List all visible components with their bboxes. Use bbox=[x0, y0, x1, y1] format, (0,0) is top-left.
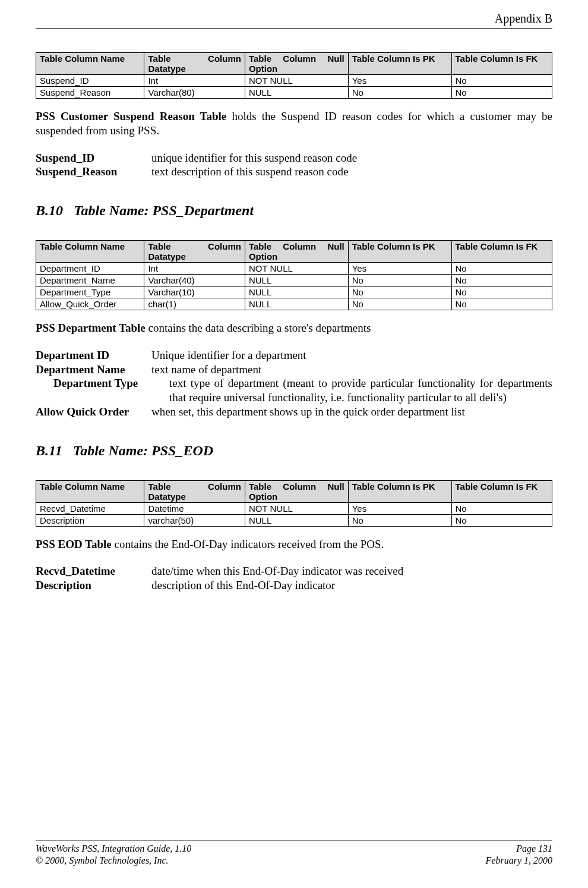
col-null-header: Table Column NullOption bbox=[245, 53, 348, 75]
col-name-header: Table Column Name bbox=[36, 480, 144, 502]
def-term: Suspend_ID bbox=[36, 151, 151, 165]
table-row: Description varchar(50) NULL No No bbox=[36, 514, 552, 526]
suspend-reason-defs: Suspend_ID unique identifier for this su… bbox=[36, 151, 552, 180]
cell-pk: Yes bbox=[348, 75, 451, 87]
cell-type: varchar(50) bbox=[144, 514, 245, 526]
cell-pk: Yes bbox=[348, 263, 451, 275]
table-row: Suspend_Reason Varchar(80) NULL No No bbox=[36, 87, 552, 99]
table-row: Recvd_Datetime Datetime NOT NULL Yes No bbox=[36, 502, 552, 514]
cell-pk: Yes bbox=[348, 502, 451, 514]
def-desc: text type of department (meant to provid… bbox=[169, 376, 552, 405]
cell-pk: No bbox=[348, 87, 451, 99]
cell-null: NULL bbox=[245, 286, 348, 298]
table-row: Allow_Quick_Order char(1) NULL No No bbox=[36, 298, 552, 310]
table-row: Department_Name Varchar(40) NULL No No bbox=[36, 275, 552, 286]
cell-name: Recvd_Datetime bbox=[36, 502, 144, 514]
def-desc: unique identifier for this suspend reaso… bbox=[151, 151, 552, 165]
def-row: Suspend_Reason text description of this … bbox=[36, 165, 552, 179]
cell-null: NULL bbox=[245, 514, 348, 526]
def-row: Description description of this End-Of-D… bbox=[36, 578, 552, 593]
def-desc: date/time when this End-Of-Day indicator… bbox=[151, 564, 552, 578]
cell-type: Int bbox=[144, 263, 245, 275]
col-datatype-header: Table ColumnDatatype bbox=[144, 53, 245, 75]
section-number: B.11 bbox=[36, 443, 62, 458]
def-row: Suspend_ID unique identifier for this su… bbox=[36, 151, 552, 165]
cell-pk: No bbox=[348, 275, 451, 286]
cell-fk: No bbox=[451, 286, 552, 298]
header-rule bbox=[36, 28, 552, 29]
def-row: Department ID Unique identifier for a de… bbox=[36, 348, 552, 363]
def-term: Allow Quick Order bbox=[36, 405, 151, 419]
cell-name: Department_ID bbox=[36, 263, 144, 275]
col-name-header: Table Column Name bbox=[36, 241, 144, 263]
col-fk-header: Table Column Is FK bbox=[451, 53, 552, 75]
cell-name: Suspend_Reason bbox=[36, 87, 144, 99]
cell-pk: No bbox=[348, 298, 451, 310]
col-null-header: Table Column NullOption bbox=[245, 480, 348, 502]
cell-fk: No bbox=[451, 298, 552, 310]
footer-left-1: WaveWorks PSS, Integration Guide, 1.10 bbox=[36, 843, 191, 855]
suspend-reason-table: Table Column Name Table ColumnDatatype T… bbox=[36, 52, 552, 99]
col-fk-header: Table Column Is FK bbox=[451, 480, 552, 502]
col-pk-header: Table Column Is PK bbox=[348, 480, 451, 502]
col-pk-header: Table Column Is PK bbox=[348, 53, 451, 75]
col-datatype-header: Table ColumnDatatype bbox=[144, 241, 245, 263]
cell-pk: No bbox=[348, 286, 451, 298]
section-title: Table Name: PSS_EOD bbox=[73, 443, 213, 458]
eod-desc: PSS EOD Table contains the End-Of-Day in… bbox=[36, 537, 552, 552]
table-row: Department_Type Varchar(10) NULL No No bbox=[36, 286, 552, 298]
desc-rest: contains the End-Of-Day indicators recei… bbox=[112, 538, 384, 550]
col-pk-header: Table Column Is PK bbox=[348, 241, 451, 263]
cell-fk: No bbox=[451, 275, 552, 286]
footer: WaveWorks PSS, Integration Guide, 1.10 P… bbox=[36, 840, 552, 867]
def-term: Department Type bbox=[36, 376, 169, 391]
eod-defs: Recvd_Datetime date/time when this End-O… bbox=[36, 564, 552, 593]
desc-rest: contains the data describing a store's d… bbox=[146, 322, 371, 334]
def-row: Department Name text name of department bbox=[36, 363, 552, 377]
cell-pk: No bbox=[348, 514, 451, 526]
section-number: B.10 bbox=[36, 203, 63, 218]
cell-fk: No bbox=[451, 514, 552, 526]
def-row: Allow Quick Order when set, this departm… bbox=[36, 405, 552, 419]
desc-bold: PSS EOD Table bbox=[36, 538, 112, 550]
eod-table: Table Column Name Table ColumnDatatype T… bbox=[36, 480, 552, 527]
def-term: Recvd_Datetime bbox=[36, 564, 151, 578]
header-appendix: Appendix B bbox=[36, 12, 552, 26]
cell-fk: No bbox=[451, 502, 552, 514]
cell-type: Datetime bbox=[144, 502, 245, 514]
cell-fk: No bbox=[451, 75, 552, 87]
footer-left-2: © 2000, Symbol Technologies, Inc. bbox=[36, 855, 169, 867]
def-desc: description of this End-Of-Day indicator bbox=[151, 578, 552, 593]
col-fk-header: Table Column Is FK bbox=[451, 241, 552, 263]
cell-null: NOT NULL bbox=[245, 502, 348, 514]
cell-name: Department_Type bbox=[36, 286, 144, 298]
def-desc: when set, this department shows up in th… bbox=[151, 405, 552, 419]
col-name-header: Table Column Name bbox=[36, 53, 144, 75]
table-row: Department_ID Int NOT NULL Yes No bbox=[36, 263, 552, 275]
table-row: Suspend_ID Int NOT NULL Yes No bbox=[36, 75, 552, 87]
def-row: Department Type text type of department … bbox=[36, 376, 552, 405]
cell-null: NULL bbox=[245, 298, 348, 310]
cell-null: NULL bbox=[245, 87, 348, 99]
page: Appendix B Table Column Name Table Colum… bbox=[0, 0, 588, 888]
suspend-reason-desc: PSS Customer Suspend Reason Table holds … bbox=[36, 109, 552, 138]
col-null-header: Table Column NullOption bbox=[245, 241, 348, 263]
footer-right-2: February 1, 2000 bbox=[486, 855, 552, 867]
table-header: Table Column Name Table ColumnDatatype T… bbox=[36, 480, 552, 502]
def-desc: text name of department bbox=[151, 363, 552, 377]
cell-type: char(1) bbox=[144, 298, 245, 310]
cell-null: NOT NULL bbox=[245, 263, 348, 275]
cell-name: Description bbox=[36, 514, 144, 526]
def-term: Department ID bbox=[36, 348, 151, 363]
def-term: Department Name bbox=[36, 363, 151, 377]
def-desc: Unique identifier for a department bbox=[151, 348, 552, 363]
department-table: Table Column Name Table ColumnDatatype T… bbox=[36, 240, 552, 310]
col-datatype-header: Table ColumnDatatype bbox=[144, 480, 245, 502]
cell-type: Varchar(40) bbox=[144, 275, 245, 286]
cell-name: Suspend_ID bbox=[36, 75, 144, 87]
cell-null: NULL bbox=[245, 275, 348, 286]
def-term: Suspend_Reason bbox=[36, 165, 151, 179]
table-header: Table Column Name Table ColumnDatatype T… bbox=[36, 53, 552, 75]
cell-type: Varchar(80) bbox=[144, 87, 245, 99]
section-heading-b11: B.11 Table Name: PSS_EOD bbox=[36, 443, 552, 459]
